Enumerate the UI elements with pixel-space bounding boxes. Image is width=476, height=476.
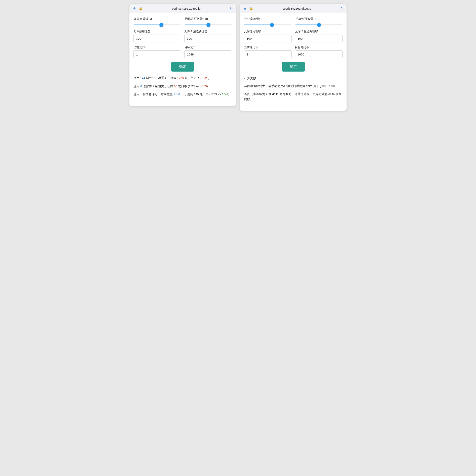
sanity-used-0: 144 xyxy=(140,76,145,80)
confirm-button[interactable]: 确定 xyxy=(171,62,194,71)
cost-val: 140 xyxy=(194,93,199,96)
star-icon[interactable]: ★ xyxy=(133,6,136,11)
lock-icon-right: 🔒 xyxy=(249,7,253,10)
panel-left: ★ 🔒 cedric341561.gitee.io ↻ 办公室等级: 3 招募许… xyxy=(129,4,236,106)
recruit-quota-label: 招募许可数量: 10 xyxy=(185,17,232,21)
office-level-slider-right[interactable] xyxy=(244,25,291,25)
browser-bar-right: ★ 🔒 cedric341561.gitee.io ↻ xyxy=(240,4,347,13)
result-para-1: 使用 6 理智并 2 星通关，获得 60 龙门币 (1729 => 1789) xyxy=(134,84,232,89)
sanity-input[interactable] xyxy=(134,34,181,42)
lmd-to-1: 1789 xyxy=(200,85,207,88)
time-val: 1 h 0 m xyxy=(173,93,183,96)
lmd-from-2: 1789 xyxy=(210,93,217,96)
allow-sanity-label-right: 允许使用理智 xyxy=(244,30,292,33)
lock-icon: 🔒 xyxy=(139,7,143,10)
reload-icon[interactable]: ↻ xyxy=(230,6,233,11)
lmd-gained-1: 60 xyxy=(174,85,177,88)
panel-right: ★ 🔒 cedric341561.gitee.io ↻ 办公室等级: 3 招募许… xyxy=(240,4,347,111)
two-star-input-right[interactable] xyxy=(295,34,342,42)
allow-2star-label: 允许 2 星通关理智 xyxy=(184,30,232,33)
current-lmd-label: 当前龙门币 xyxy=(134,46,181,49)
lmd-from-0: 1 xyxy=(195,76,197,80)
result-para-2: 使用一张招募许可，时间拉至 1 h 0 m ，消耗 140 龙门币 (1789 … xyxy=(134,92,232,97)
star-icon-right[interactable]: ★ xyxy=(243,6,247,11)
target-lmd-input-right[interactable] xyxy=(295,51,342,58)
error-line-1: 若办公室等级为 2 且 delta 为奇数时，请通过升级干员等方式将 delta… xyxy=(244,92,342,102)
error-title: 计算失败 xyxy=(244,76,342,81)
office-level-label-right: 办公室等级: 3 xyxy=(244,17,291,21)
url-display: cedric341561.gitee.io xyxy=(145,7,227,10)
lmd-from-1: 1729 xyxy=(189,85,195,88)
error-section: 计算失败 与目标差距过大，请手动使用/获得龙门币使得 delta 属于 [500… xyxy=(244,76,342,102)
two-star-input[interactable] xyxy=(184,34,232,42)
lmd-gained-0: 1728 xyxy=(177,76,184,80)
target-lmd-label: 目标龙门币 xyxy=(184,46,232,49)
current-lmd-input[interactable] xyxy=(134,51,181,58)
result-para-0: 使用 144 理智并 3 星通关，获得 1728 龙门币 (1 => 1729) xyxy=(134,76,232,81)
lmd-to-0: 1729 xyxy=(202,76,208,80)
recruit-quota-label-right: 招募许可数量: 10 xyxy=(295,17,342,21)
sanity-input-right[interactable] xyxy=(244,34,292,42)
error-line-0: 与目标差距过大，请手动使用/获得龙门币使得 delta 属于 [500, -75… xyxy=(244,84,342,89)
url-display-right: cedric341561.gitee.io xyxy=(256,7,338,10)
target-lmd-label-right: 目标龙门币 xyxy=(295,46,342,49)
recruit-quota-slider-right[interactable] xyxy=(295,25,342,25)
target-lmd-input[interactable] xyxy=(184,51,232,58)
result-section: 使用 144 理智并 3 星通关，获得 1728 龙门币 (1 => 1729)… xyxy=(134,76,232,97)
recruit-quota-slider[interactable] xyxy=(185,25,232,25)
allow-sanity-label: 允许使用理智 xyxy=(134,30,181,33)
reload-icon-right[interactable]: ↻ xyxy=(340,6,343,11)
current-lmd-input-right[interactable] xyxy=(244,51,292,58)
allow-2star-label-right: 允许 2 星通关理智 xyxy=(295,30,342,33)
browser-bar-left: ★ 🔒 cedric341561.gitee.io ↻ xyxy=(129,4,236,13)
sanity-used-1: 6 xyxy=(140,85,142,88)
office-level-label: 办公室等级: 3 xyxy=(134,17,181,21)
office-level-slider[interactable] xyxy=(134,25,181,25)
lmd-to-2: 1649 xyxy=(222,93,228,96)
current-lmd-label-right: 当前龙门币 xyxy=(244,46,292,49)
confirm-button-right[interactable]: 确定 xyxy=(282,62,305,71)
